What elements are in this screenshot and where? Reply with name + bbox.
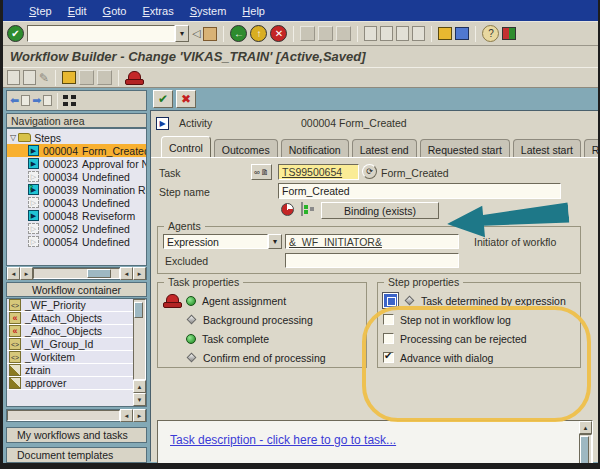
nav-step-000004[interactable]: ▶ 000004 Form_Created: [7, 144, 146, 157]
new-session-icon[interactable]: [438, 27, 452, 40]
step-name-field[interactable]: Form_Created: [278, 183, 561, 199]
scroll-right-icon[interactable]: ►: [133, 267, 146, 280]
first-page-icon[interactable]: [364, 26, 377, 41]
enter-icon[interactable]: ✔: [7, 25, 24, 42]
help-icon[interactable]: ?: [482, 25, 499, 42]
graphical-model-icon[interactable]: [63, 95, 77, 107]
task-description-link[interactable]: Task description - click here to go to t…: [170, 433, 396, 447]
excluded-field[interactable]: [285, 253, 459, 268]
save-icon[interactable]: [203, 27, 217, 41]
generate-hat-icon[interactable]: [125, 71, 142, 85]
tree-horizontal-scrollbar[interactable]: ◄ ► ◄ ►: [6, 267, 147, 280]
container-element-row[interactable]: approver: [7, 377, 133, 390]
shortcut-icon[interactable]: [455, 27, 469, 40]
container-element-row[interactable]: <> _Workitem: [7, 351, 133, 364]
menu-system[interactable]: System: [190, 5, 227, 17]
container-element-row[interactable]: <> _WI_Group_Id: [7, 338, 133, 351]
nav-back-step-icon[interactable]: ⬅: [10, 94, 19, 107]
cancel-icon[interactable]: ✕: [270, 25, 287, 42]
scroll-thumb[interactable]: [134, 302, 143, 318]
workflow-container-header[interactable]: Workflow container: [6, 282, 147, 297]
tab-requested-end[interactable]: Re: [584, 139, 599, 157]
nav-step-000054[interactable]: ▷ 000054 Undefined: [7, 235, 146, 248]
menu-extras[interactable]: Extras: [142, 5, 173, 17]
checkbox-processing-rejected[interactable]: [383, 333, 394, 344]
expander-icon[interactable]: ▽: [10, 133, 16, 142]
container-horizontal-scrollbar[interactable]: ◄ ►: [6, 409, 147, 422]
customize-layout-icon[interactable]: [502, 27, 516, 40]
menu-help[interactable]: Help: [242, 5, 265, 17]
agent-type-dropdown-icon[interactable]: ▾: [268, 234, 282, 249]
checkbox-advance-with-dialog[interactable]: [383, 352, 394, 363]
scroll-down-icon[interactable]: ▼: [133, 393, 146, 406]
tab-notification[interactable]: Notification: [281, 139, 349, 157]
tab-requested-start[interactable]: Requested start: [420, 139, 510, 157]
new-workflow-icon[interactable]: [7, 70, 20, 85]
scroll-right-icon[interactable]: ►: [20, 267, 33, 280]
document-templates-button[interactable]: Document templates: [6, 447, 147, 463]
my-workflows-button[interactable]: My workflows and tasks: [6, 427, 147, 443]
other-workflow-icon[interactable]: [23, 70, 36, 85]
container-element-row[interactable]: « _Attach_Objects: [7, 312, 133, 325]
command-input[interactable]: [27, 25, 175, 42]
scroll-thumb[interactable]: [87, 269, 111, 278]
syntax-check-icon[interactable]: [62, 71, 76, 84]
task-id-field[interactable]: TS99500654: [278, 164, 359, 180]
command-dropdown-icon[interactable]: ▾: [175, 25, 189, 42]
menu-step[interactable]: Step: [29, 5, 52, 17]
container-vertical-scrollbar[interactable]: ▲ ▼: [133, 299, 146, 406]
previous-page-icon[interactable]: [380, 26, 393, 41]
scroll-right-icon[interactable]: ►: [133, 409, 146, 422]
scroll-left-icon[interactable]: ◄: [120, 409, 133, 422]
nav-forward-doc-icon[interactable]: [43, 95, 52, 106]
exit-icon[interactable]: ↑: [250, 25, 267, 42]
scroll-left-icon[interactable]: ◄: [120, 267, 133, 280]
binding-button[interactable]: Binding (exists): [321, 202, 439, 219]
last-page-icon[interactable]: [412, 26, 425, 41]
nav-step-000039[interactable]: ▶ 000039 Nomination Rej: [7, 183, 146, 196]
container-element-row[interactable]: « _Adhoc_Objects: [7, 325, 133, 338]
container-element-row[interactable]: ztrain: [7, 364, 133, 377]
test-icon[interactable]: [97, 70, 112, 85]
expression-jump-icon[interactable]: [383, 293, 398, 308]
find-next-icon[interactable]: [336, 26, 351, 41]
scroll-up-icon[interactable]: ▲: [579, 421, 592, 434]
container-element-row[interactable]: <> _WF_Priority: [7, 299, 133, 312]
scroll-left-icon[interactable]: ◄: [7, 267, 20, 280]
scroll-thumb[interactable]: [580, 436, 589, 469]
back-triangle-icon[interactable]: ◁: [192, 27, 200, 40]
expression-field[interactable]: &_WF_INITIATOR&: [285, 234, 459, 249]
print-icon[interactable]: [300, 26, 315, 41]
step-undefined-icon: ▷: [28, 171, 39, 182]
display-change-icon[interactable]: ✎: [39, 71, 49, 85]
nav-step-000048[interactable]: ▶ 000048 Reviseform: [7, 209, 146, 222]
nav-step-000023[interactable]: ▶ 000023 Approval for Nor: [7, 157, 146, 170]
task-property-label: Confirm end of processing: [203, 352, 326, 364]
task-search-button[interactable]: ∞🗎: [251, 164, 272, 180]
scroll-up-icon[interactable]: ▲: [133, 380, 146, 393]
menu-goto[interactable]: Goto: [103, 5, 127, 17]
cancel-button[interactable]: ✖: [176, 90, 196, 108]
nav-step-000034[interactable]: ▷ 000034 Undefined: [7, 170, 146, 183]
nav-back-doc-icon[interactable]: [21, 95, 30, 106]
tab-latest-end[interactable]: Latest end: [352, 139, 417, 157]
menu-edit[interactable]: Edit: [68, 5, 87, 17]
nav-step-000043[interactable]: ▷ 000043 Undefined: [7, 196, 146, 209]
next-page-icon[interactable]: [396, 26, 409, 41]
step-label: Form_Created: [82, 145, 147, 157]
nav-back-icon[interactable]: ←: [230, 25, 247, 42]
activate-icon[interactable]: [79, 70, 94, 85]
tab-latest-start[interactable]: Latest start: [513, 139, 581, 157]
confirm-button[interactable]: ✔: [153, 90, 173, 108]
tab-outcomes[interactable]: Outcomes: [214, 139, 278, 157]
agent-type-field[interactable]: Expression: [163, 234, 268, 249]
tab-control[interactable]: Control: [161, 136, 211, 157]
nav-forward-step-icon[interactable]: ➡: [32, 94, 41, 107]
description-vertical-scrollbar[interactable]: ▲ ▼: [579, 421, 592, 469]
nav-step-000052[interactable]: ▷ 000052 Undefined: [7, 222, 146, 235]
tree-root-steps[interactable]: ▽ Steps: [7, 131, 146, 144]
checkbox-step-not-in-log[interactable]: [383, 314, 394, 325]
display-task-icon[interactable]: ⟳: [362, 164, 377, 179]
find-icon[interactable]: [318, 26, 333, 41]
agent-hat-icon[interactable]: [163, 294, 180, 308]
